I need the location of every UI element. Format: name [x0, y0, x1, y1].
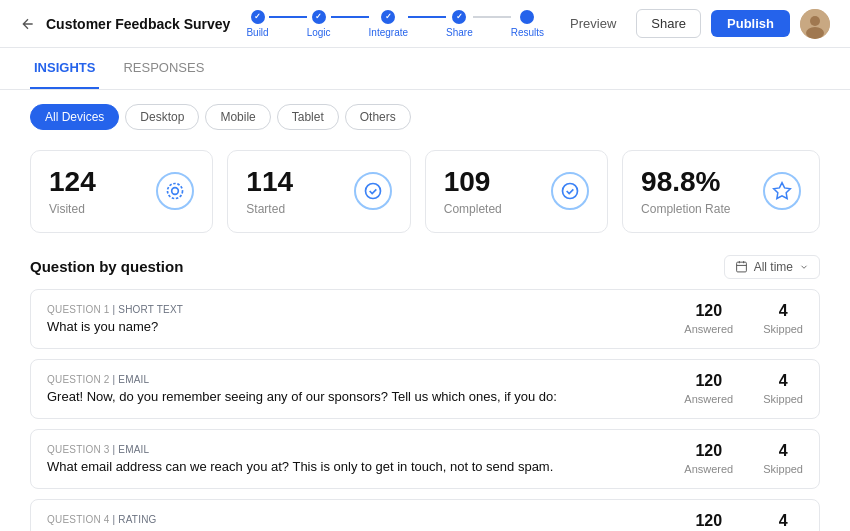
stat-visited-value: 124	[49, 167, 96, 198]
survey-title: Customer Feedback Survey	[46, 16, 230, 32]
skipped-label-2: Skipped	[763, 393, 803, 405]
header-left: Customer Feedback Survey	[20, 16, 230, 32]
tab-insights[interactable]: INSIGHTS	[30, 48, 99, 89]
step-logic-label: Logic	[307, 27, 331, 38]
skipped-value-2: 4	[763, 372, 803, 390]
filter-others[interactable]: Others	[345, 104, 411, 130]
question-answered-2: 120 Answered	[684, 372, 733, 406]
stat-visited: 124 Visited	[30, 150, 213, 233]
question-answered-4: 120 Answered	[684, 512, 733, 531]
question-answered-3: 120 Answered	[684, 442, 733, 476]
step-results-dot	[520, 10, 534, 24]
question-left-3: QUESTION 3 | EMAIL What email address ca…	[47, 444, 684, 474]
stat-completion-rate: 98.8% Completion Rate	[622, 150, 820, 233]
header: Customer Feedback Survey ✓ Build ✓ Logic…	[0, 0, 850, 48]
question-left-1: QUESTION 1 | SHORT TEXT What is you name…	[47, 304, 684, 334]
question-right-4: 120 Answered 4 Skipped	[684, 512, 803, 531]
question-text-2: Great! Now, do you remember seeing any o…	[47, 389, 684, 404]
answered-value-4: 120	[684, 512, 733, 530]
header-right: Preview Share Publish	[560, 9, 830, 39]
skipped-label-3: Skipped	[763, 463, 803, 475]
answered-value-2: 120	[684, 372, 733, 390]
line-4	[473, 16, 511, 18]
question-type-3: | EMAIL	[113, 444, 150, 455]
question-meta-4: QUESTION 4 | RATING	[47, 514, 684, 525]
chevron-down-icon	[799, 262, 809, 272]
stat-completed: 109 Completed	[425, 150, 608, 233]
stat-started-content: 114 Started	[246, 167, 293, 216]
question-right-2: 120 Answered 4 Skipped	[684, 372, 803, 406]
calendar-icon	[735, 260, 748, 273]
stat-completed-label: Completed	[444, 202, 502, 216]
stat-rate-content: 98.8% Completion Rate	[641, 167, 730, 216]
date-filter[interactable]: All time	[724, 255, 820, 279]
skipped-value-1: 4	[763, 302, 803, 320]
questions-container: QUESTION 1 | SHORT TEXT What is you name…	[0, 289, 850, 531]
step-logic: ✓ Logic	[307, 10, 331, 38]
svg-point-2	[806, 27, 824, 39]
line-1	[269, 16, 307, 18]
section-title: Question by question	[30, 258, 183, 275]
stat-visited-label: Visited	[49, 202, 96, 216]
stat-started: 114 Started	[227, 150, 410, 233]
stat-completed-content: 109 Completed	[444, 167, 502, 216]
visited-icon	[156, 172, 194, 210]
skipped-label-1: Skipped	[763, 323, 803, 335]
line-3	[408, 16, 446, 18]
stat-started-value: 114	[246, 167, 293, 198]
preview-button[interactable]: Preview	[560, 10, 626, 37]
stat-rate-value: 98.8%	[641, 167, 730, 198]
question-row-4: QUESTION 4 | RATING How much do you like…	[30, 499, 820, 531]
date-filter-label: All time	[754, 260, 793, 274]
filter-mobile[interactable]: Mobile	[205, 104, 270, 130]
svg-point-6	[563, 184, 578, 199]
filter-tablet[interactable]: Tablet	[277, 104, 339, 130]
svg-point-4	[168, 184, 183, 199]
question-skipped-1: 4 Skipped	[763, 302, 803, 336]
skipped-value-4: 4	[763, 512, 803, 530]
skipped-value-3: 4	[763, 442, 803, 460]
question-skipped-2: 4 Skipped	[763, 372, 803, 406]
started-icon	[354, 172, 392, 210]
question-left-4: QUESTION 4 | RATING How much do you like…	[47, 514, 684, 531]
tab-responses[interactable]: RESPONSES	[119, 48, 208, 89]
publish-button[interactable]: Publish	[711, 10, 790, 37]
question-row-3: QUESTION 3 | EMAIL What email address ca…	[30, 429, 820, 489]
back-button[interactable]	[20, 16, 36, 32]
question-right-3: 120 Answered 4 Skipped	[684, 442, 803, 476]
stat-started-label: Started	[246, 202, 293, 216]
step-results-label: Results	[511, 27, 544, 38]
question-meta-2: QUESTION 2 | EMAIL	[47, 374, 684, 385]
filter-desktop[interactable]: Desktop	[125, 104, 199, 130]
step-build: ✓ Build	[246, 10, 268, 38]
share-button[interactable]: Share	[636, 9, 701, 38]
question-type-1: | SHORT TEXT	[113, 304, 184, 315]
step-integrate-dot: ✓	[381, 10, 395, 24]
question-skipped-3: 4 Skipped	[763, 442, 803, 476]
completed-icon	[551, 172, 589, 210]
question-meta-3: QUESTION 3 | EMAIL	[47, 444, 684, 455]
filter-bar: All Devices Desktop Mobile Tablet Others	[0, 90, 850, 140]
stat-completed-value: 109	[444, 167, 502, 198]
question-row-2: QUESTION 2 | EMAIL Great! Now, do you re…	[30, 359, 820, 419]
question-row-1: QUESTION 1 | SHORT TEXT What is you name…	[30, 289, 820, 349]
step-integrate: ✓ Integrate	[369, 10, 408, 38]
svg-point-1	[810, 16, 820, 26]
answered-label-3: Answered	[684, 463, 733, 475]
step-share-dot: ✓	[452, 10, 466, 24]
stats-row: 124 Visited 114 Started 109 Completed	[0, 140, 850, 249]
question-right-1: 120 Answered 4 Skipped	[684, 302, 803, 336]
question-answered-1: 120 Answered	[684, 302, 733, 336]
steps-container: ✓ Build ✓ Logic ✓ Integrate ✓ Share	[246, 10, 544, 38]
avatar	[800, 9, 830, 39]
step-build-label: Build	[246, 27, 268, 38]
svg-marker-7	[774, 183, 791, 199]
filter-all-devices[interactable]: All Devices	[30, 104, 119, 130]
answered-label-2: Answered	[684, 393, 733, 405]
question-text-1: What is you name?	[47, 319, 684, 334]
stat-rate-label: Completion Rate	[641, 202, 730, 216]
tabs-bar: INSIGHTS RESPONSES	[0, 48, 850, 90]
svg-point-3	[172, 188, 179, 195]
answered-value-3: 120	[684, 442, 733, 460]
question-type-2: | EMAIL	[113, 374, 150, 385]
